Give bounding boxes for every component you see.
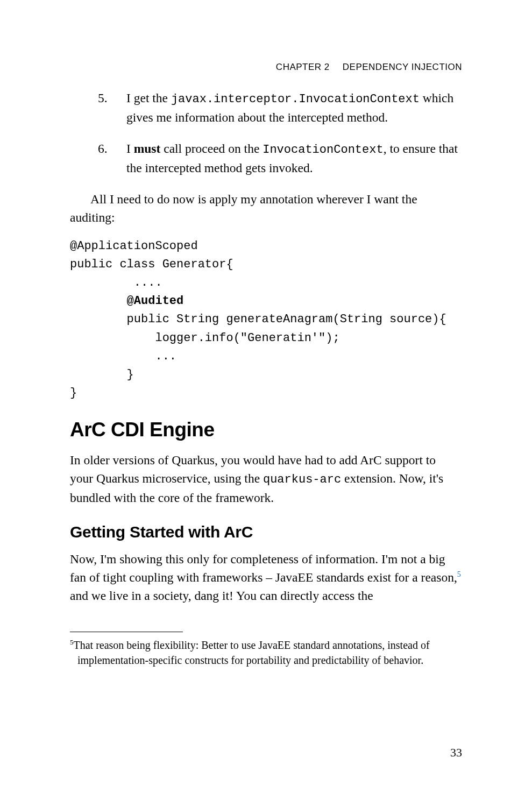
list-number: 6. bbox=[98, 139, 108, 158]
chapter-label: CHAPTER 2 bbox=[276, 62, 330, 72]
running-header: CHAPTER 2DEPENDENCY INJECTION bbox=[276, 62, 462, 73]
footnote-rule bbox=[70, 632, 183, 632]
list-item: 6. I must call proceed on the Invocation… bbox=[70, 139, 462, 177]
inline-code: quarkus-arc bbox=[263, 473, 341, 486]
inline-code: javax.interceptor.InvocationContext bbox=[171, 93, 420, 106]
chapter-title: DEPENDENCY INJECTION bbox=[343, 62, 462, 72]
bold-text: must bbox=[134, 141, 161, 155]
inline-code: InvocationContext bbox=[263, 143, 383, 157]
page-number: 33 bbox=[450, 746, 462, 760]
list-number: 5. bbox=[98, 89, 108, 107]
body-paragraph: In older versions of Quarkus, you would … bbox=[70, 451, 462, 507]
list-text: I must call proceed on the InvocationCon… bbox=[126, 141, 458, 175]
page: CHAPTER 2DEPENDENCY INJECTION 5. I get t… bbox=[0, 0, 532, 807]
code-block: @ApplicationScoped public class Generato… bbox=[70, 237, 462, 402]
section-heading: ArC CDI Engine bbox=[70, 419, 462, 441]
footnote-ref: 5 bbox=[457, 570, 461, 578]
numbered-list: 5. I get the javax.interceptor.Invocatio… bbox=[70, 89, 462, 177]
body-paragraph: Now, I'm showing this only for completen… bbox=[70, 550, 462, 605]
page-content: 5. I get the javax.interceptor.Invocatio… bbox=[70, 89, 462, 668]
footnote-text: That reason being flexibility: Better to… bbox=[74, 639, 430, 666]
subsection-heading: Getting Started with ArC bbox=[70, 523, 462, 541]
footnote: 5That reason being flexibility: Better t… bbox=[70, 638, 462, 668]
code-bold: @Audited bbox=[70, 294, 183, 308]
list-text: I get the javax.interceptor.InvocationCo… bbox=[126, 91, 453, 124]
body-paragraph: All I need to do now is apply my annotat… bbox=[70, 190, 462, 226]
list-item: 5. I get the javax.interceptor.Invocatio… bbox=[70, 89, 462, 126]
